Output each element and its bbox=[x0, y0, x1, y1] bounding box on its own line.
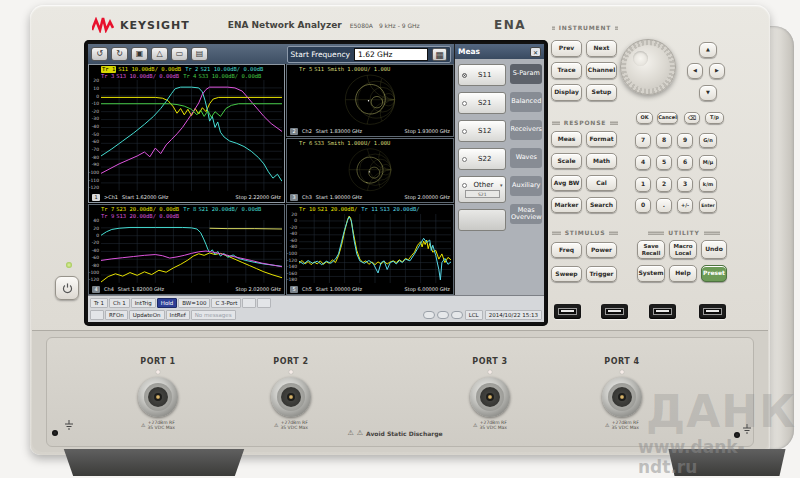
trace-2-label[interactable]: Tr 2 bbox=[185, 66, 198, 73]
tab-s-param[interactable]: S-Param bbox=[510, 64, 542, 84]
avg-bw-key[interactable]: Avg BW bbox=[551, 175, 582, 191]
scale-key[interactable]: Scale bbox=[551, 153, 582, 169]
channel-2-window[interactable]: Tr 5S11 Smith 1.000U/ 1.00U 2 Ch2 Start … bbox=[286, 64, 454, 137]
ok-key[interactable]: OK bbox=[636, 112, 653, 124]
screenshot-icon[interactable]: ▣ bbox=[131, 47, 148, 61]
sweep-key[interactable]: Sweep bbox=[551, 266, 582, 282]
softkey-s22[interactable]: S22 bbox=[458, 148, 506, 170]
display-key[interactable]: Display bbox=[551, 84, 582, 101]
status-active-channel[interactable]: Ch 1 bbox=[109, 298, 130, 308]
status-update-state[interactable]: UpdateOn bbox=[129, 310, 165, 320]
key-0[interactable]: 0 bbox=[635, 198, 651, 213]
key-1[interactable]: 1 bbox=[635, 177, 651, 192]
undo-key[interactable]: Undo bbox=[701, 240, 727, 259]
softkey-s11[interactable]: S11 bbox=[458, 64, 506, 86]
channel-5-badge[interactable]: 5 bbox=[290, 286, 298, 293]
status-utility-icon-2[interactable] bbox=[437, 311, 449, 319]
trace-6-label[interactable]: Tr 6 bbox=[299, 140, 312, 147]
key-plus-minus[interactable]: +/- bbox=[677, 198, 693, 213]
rotary-knob[interactable] bbox=[620, 39, 676, 95]
freq-key[interactable]: Freq bbox=[551, 242, 582, 258]
limit-icon[interactable]: △ bbox=[151, 47, 168, 61]
key-8[interactable]: 8 bbox=[656, 133, 672, 148]
tab-balanced[interactable]: Balanced bbox=[510, 92, 542, 112]
tab-auxiliary[interactable]: Auxiliary bbox=[510, 176, 542, 196]
system-key[interactable]: System bbox=[637, 265, 665, 282]
key-6[interactable]: 6 bbox=[677, 155, 693, 170]
macro-local-key[interactable]: Macro Local bbox=[669, 240, 697, 259]
channel-3-badge[interactable]: 3 bbox=[290, 194, 298, 201]
channel-3-window[interactable]: Tr 6S33 Smith 1.000U/ 1.00U 3 Ch3 Start … bbox=[286, 138, 454, 203]
status-rf-state[interactable]: RFOn bbox=[105, 310, 128, 320]
trace-4-label[interactable]: Tr 4 bbox=[183, 73, 196, 80]
meas-key[interactable]: Meas bbox=[551, 131, 582, 147]
trace-3-label[interactable]: Tr 3 bbox=[101, 73, 114, 80]
power-button[interactable] bbox=[55, 276, 79, 300]
trigger-key[interactable]: Trigger bbox=[586, 266, 617, 282]
status-utility-icon-1[interactable] bbox=[423, 311, 435, 319]
key-9[interactable]: 9 bbox=[677, 133, 693, 148]
key-3[interactable]: 3 bbox=[677, 177, 693, 192]
channel-key[interactable]: Channel bbox=[586, 62, 617, 79]
tp-key[interactable]: T/p bbox=[705, 112, 724, 124]
channel-1-window[interactable]: Tr 1S11 10.00dB/ 0.00dB Tr 2S21 10.00dB/… bbox=[88, 64, 285, 203]
arrow-up-key[interactable]: ▲ bbox=[699, 42, 717, 58]
softkey-s12[interactable]: S12 bbox=[458, 120, 506, 142]
cal-key[interactable]: Cal bbox=[586, 175, 617, 191]
key-mu[interactable]: M/µ bbox=[699, 155, 717, 170]
key-gn[interactable]: G/n bbox=[699, 133, 717, 148]
status-correction[interactable]: C 3-Port bbox=[211, 298, 241, 308]
status-if-bandwidth[interactable]: BW=100 bbox=[178, 298, 210, 308]
status-trigger-source[interactable]: IntTrig bbox=[131, 298, 156, 308]
trace-1-label[interactable]: Tr 1 bbox=[101, 66, 116, 73]
trace-key[interactable]: Trace bbox=[551, 62, 582, 79]
other-selected-measurement[interactable]: S21 bbox=[465, 190, 500, 198]
preset-key[interactable]: Preset bbox=[701, 265, 727, 282]
redo-icon[interactable]: ↻ bbox=[111, 47, 128, 61]
prev-key[interactable]: Prev bbox=[551, 40, 582, 57]
help-key[interactable]: Help bbox=[669, 265, 697, 282]
trace-8-label[interactable]: Tr 8 bbox=[183, 206, 196, 213]
trace-5-label[interactable]: Tr 5 bbox=[299, 66, 312, 73]
status-active-trace[interactable]: Tr 1 bbox=[90, 298, 108, 308]
key-2[interactable]: 2 bbox=[656, 177, 672, 192]
trace-7-label[interactable]: Tr 7 bbox=[101, 206, 114, 213]
channel-4-window[interactable]: Tr 7S23 20.00dB/ 0.00dB Tr 8S21 20.00dB/… bbox=[88, 204, 285, 295]
close-icon[interactable]: ✕ bbox=[530, 47, 541, 57]
marker-key[interactable]: Marker bbox=[551, 197, 582, 213]
status-reference[interactable]: IntRef bbox=[166, 310, 190, 320]
channel-2-badge[interactable]: 2 bbox=[290, 128, 298, 135]
channel-4-badge[interactable]: 4 bbox=[92, 286, 100, 293]
status-lcl[interactable]: LCL bbox=[465, 310, 483, 320]
cancel-key[interactable]: Cancel bbox=[657, 112, 678, 124]
undo-icon[interactable]: ↺ bbox=[91, 47, 108, 61]
setup-key[interactable]: Setup bbox=[586, 84, 617, 101]
clipboard-icon[interactable]: ▤ bbox=[191, 47, 208, 61]
tab-meas-overview[interactable]: Meas Overview bbox=[510, 204, 542, 224]
tab-receivers[interactable]: Receivers bbox=[510, 120, 542, 140]
math-key[interactable]: Math bbox=[586, 153, 617, 169]
arrow-down-key[interactable]: ▼ bbox=[699, 85, 717, 101]
save-recall-key[interactable]: Save Recall bbox=[637, 240, 665, 259]
trace-11-label[interactable]: Tr 11 bbox=[361, 206, 378, 213]
softkey-s21[interactable]: S21 bbox=[458, 92, 506, 114]
channel-5-window[interactable]: Tr 10S21 20.00dB/ Tr 11S13 20.00dB/ 200-… bbox=[286, 204, 454, 295]
power-key[interactable]: Power bbox=[586, 242, 617, 258]
trace-9-label[interactable]: Tr 9 bbox=[101, 213, 114, 220]
key-4[interactable]: 4 bbox=[635, 155, 651, 170]
softkey-other[interactable]: Other▾ S21 bbox=[458, 176, 506, 203]
channel-1-badge[interactable]: 1 bbox=[92, 194, 100, 201]
key-7[interactable]: 7 bbox=[635, 133, 651, 148]
trace-10-label[interactable]: Tr 10 bbox=[299, 206, 316, 213]
tab-waves[interactable]: Waves bbox=[510, 148, 542, 168]
arrow-right-key[interactable]: ▶ bbox=[709, 63, 725, 79]
next-key[interactable]: Next bbox=[586, 40, 617, 57]
arrow-left-key[interactable]: ◀ bbox=[687, 63, 703, 79]
key-dot[interactable]: . bbox=[656, 198, 672, 213]
enter-key[interactable]: Enter bbox=[699, 198, 717, 213]
window-icon[interactable]: ▭ bbox=[171, 47, 188, 61]
key-5[interactable]: 5 bbox=[656, 155, 672, 170]
backspace-key[interactable]: ⌫ bbox=[684, 112, 700, 124]
format-key[interactable]: Format bbox=[586, 131, 617, 147]
key-km[interactable]: k/m bbox=[699, 177, 717, 192]
